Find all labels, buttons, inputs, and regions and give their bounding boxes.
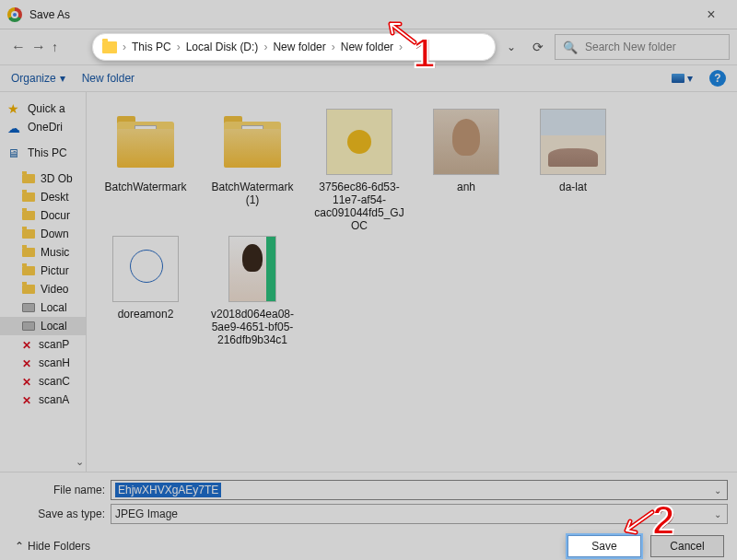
file-name-input[interactable]: EhjwXHVXgAEy7TE ⌄: [111, 480, 728, 500]
image-thumb: [112, 236, 179, 302]
file-tile[interactable]: BatchWatermark (1): [203, 109, 302, 232]
breadcrumb-segment[interactable]: New folder: [341, 41, 393, 53]
sidebar-item-label: This PC: [28, 146, 67, 159]
nav-arrows: ← → ↑: [7, 39, 87, 55]
folder-thumb: [219, 109, 286, 175]
image-thumb: [326, 109, 392, 175]
sidebar-item-label: Music: [41, 246, 69, 259]
x-icon: ✕: [22, 376, 33, 387]
file-label: da-lat: [559, 181, 587, 210]
app-icon: [7, 7, 22, 22]
image-thumb: [433, 109, 499, 175]
refresh-icon[interactable]: ⟳: [527, 40, 549, 54]
title-bar: Save As ×: [0, 0, 737, 29]
file-name-label: File name:: [9, 484, 111, 496]
sidebar-item[interactable]: Pictur: [0, 262, 86, 280]
sidebar-item-label: Deskt: [41, 191, 69, 204]
sidebar-item[interactable]: 3D Ob: [0, 169, 86, 188]
sidebar-item[interactable]: ✕scanC: [0, 372, 86, 391]
folder-icon: [22, 266, 35, 275]
sidebar-item-label: Quick a: [28, 102, 65, 115]
chevron-down-icon: ⌄: [714, 509, 723, 519]
breadcrumb-segment[interactable]: This PC: [132, 41, 171, 53]
star-icon: ★: [7, 102, 22, 115]
x-icon: ✕: [22, 339, 33, 350]
file-tile[interactable]: doreamon2: [96, 236, 195, 346]
file-tile[interactable]: v2018d064ea08-5ae9-4651-bf05-216dfb9b34c…: [203, 236, 302, 346]
hide-folders-button[interactable]: ⌃ Hide Folders: [15, 540, 90, 553]
sidebar-item[interactable]: Down: [0, 225, 86, 243]
file-label: BatchWatermark (1): [205, 181, 300, 210]
sidebar-item[interactable]: ✕scanA: [0, 391, 86, 409]
sidebar-item[interactable]: Deskt: [0, 188, 86, 206]
sidebar-item[interactable]: ☁OneDri: [0, 118, 86, 136]
thumbnails-icon: [672, 74, 684, 83]
search-placeholder: Search New folder: [585, 41, 676, 53]
file-label: BatchWatermark: [105, 181, 187, 210]
file-tile[interactable]: anh: [416, 109, 516, 232]
sidebar-item[interactable]: ✕scanP: [0, 335, 86, 354]
file-tile[interactable]: da-lat: [523, 109, 623, 232]
address-dropdown-icon[interactable]: ⌄: [501, 41, 521, 53]
sidebar-item[interactable]: ✕scanH: [0, 354, 86, 372]
save-button[interactable]: Save: [567, 535, 641, 557]
image-thumb: [228, 236, 276, 302]
callout-2: 2: [652, 497, 674, 543]
close-icon[interactable]: ×: [693, 6, 730, 23]
sidebar-item-label: Video: [41, 283, 68, 296]
sidebar-item-label: scanC: [39, 375, 70, 388]
sidebar-item-label: Local: [41, 320, 67, 332]
organize-button[interactable]: Organize ▾: [11, 72, 65, 85]
toolbar: Organize ▾ New folder ▾ ?: [0, 64, 737, 92]
sidebar-item-label: scanH: [39, 356, 70, 369]
sidebar-item-label: Docur: [41, 209, 70, 222]
chevron-down-icon: ▾: [687, 72, 693, 85]
file-label: doreamon2: [118, 308, 174, 337]
sidebar: ★Quick a☁OneDri🖥This PC3D ObDesktDocurDo…: [0, 92, 87, 472]
sidebar-item[interactable]: Local: [0, 298, 86, 317]
chevron-down-icon[interactable]: ⌄: [714, 485, 723, 496]
file-label: anh: [457, 181, 475, 210]
image-thumb: [540, 109, 606, 175]
sidebar-item[interactable]: Music: [0, 243, 86, 262]
view-button[interactable]: ▾: [672, 72, 693, 85]
sidebar-item-label: Pictur: [41, 264, 69, 277]
folder-icon: [22, 229, 35, 239]
body: ★Quick a☁OneDri🖥This PC3D ObDesktDocurDo…: [0, 92, 737, 472]
help-button[interactable]: ?: [709, 70, 726, 87]
nav-back-icon[interactable]: ←: [11, 39, 26, 55]
breadcrumb-sep: ›: [263, 41, 267, 53]
chevron-up-icon: ⌃: [15, 540, 24, 553]
sidebar-item[interactable]: Video: [0, 280, 86, 298]
sidebar-item[interactable]: Docur: [0, 206, 86, 225]
sidebar-item-label: Down: [41, 228, 69, 240]
folder-icon: [22, 192, 35, 202]
nav-forward-icon[interactable]: →: [31, 39, 46, 55]
callout-1: 1: [413, 30, 435, 76]
drive-icon: [22, 321, 35, 331]
file-grid: BatchWatermarkBatchWatermark (1)3756ec86…: [87, 92, 737, 472]
folder-icon: [22, 211, 35, 220]
sidebar-item[interactable]: Local: [0, 317, 86, 335]
sidebar-item[interactable]: 🖥This PC: [0, 144, 86, 162]
breadcrumb-sep: ›: [177, 41, 181, 53]
chevron-down-icon: ▾: [60, 72, 65, 85]
file-label: v2018d064ea08-5ae9-4651-bf05-216dfb9b34c…: [205, 308, 300, 346]
sidebar-expand-icon[interactable]: ⌄: [76, 456, 84, 468]
drive-icon: [22, 303, 35, 312]
sidebar-item[interactable]: ★Quick a: [0, 99, 86, 118]
address-row: ← → ↑ › This PC › Local Disk (D:) › New …: [0, 29, 737, 64]
breadcrumb-segment[interactable]: New folder: [273, 41, 325, 53]
x-icon: ✕: [22, 357, 33, 368]
file-name-value: EhjwXHVXgAEy7TE: [115, 483, 221, 497]
nav-up-icon[interactable]: ↑: [52, 40, 58, 54]
sidebar-item-label: OneDri: [28, 121, 63, 134]
search-input[interactable]: 🔍 Search New folder: [555, 34, 730, 60]
sidebar-item-label: scanA: [39, 393, 69, 406]
breadcrumb-sep: ›: [123, 41, 126, 53]
new-folder-button[interactable]: New folder: [82, 72, 135, 85]
search-icon: 🔍: [563, 41, 578, 54]
breadcrumb-segment[interactable]: Local Disk (D:): [186, 41, 259, 53]
file-tile[interactable]: 3756ec86-6d53-11e7-af54-cac091044fd5_GJO…: [310, 109, 409, 232]
file-tile[interactable]: BatchWatermark: [96, 109, 195, 232]
